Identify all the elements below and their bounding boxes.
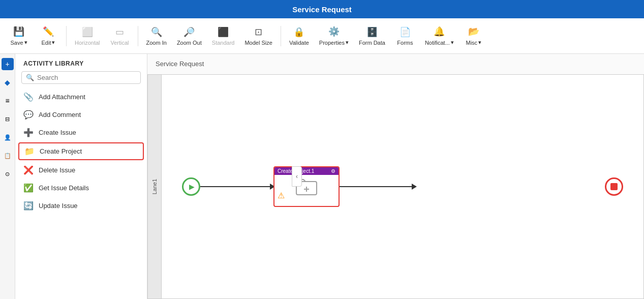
activity-icon-update-issue: 🔄 <box>23 201 34 211</box>
lane-label-col: Lane1 <box>147 74 162 299</box>
activity-item-add-comment[interactable]: 💬Add Comment <box>15 106 147 124</box>
standard-icon: ⬛ <box>218 26 229 38</box>
activity-label-create-issue: Create Issue <box>39 129 76 136</box>
vertical-icon: ▭ <box>115 26 124 38</box>
form-data-icon: 🗄️ <box>366 26 378 38</box>
zoom-in-label: Zoom In <box>146 40 167 46</box>
canvas-area[interactable]: Service Request Lane1 ▶ <box>147 54 644 299</box>
main-layout: + ◆ ≡ ⊟ 👤 📋 ⊙ ACTIVITY LIBRARY 🔍 📎Add At… <box>0 54 644 299</box>
properties-button[interactable]: ⚙️ Properties ▾ <box>315 24 353 48</box>
vertical-label: Vertical <box>110 40 129 46</box>
edit-label: Edit ▾ <box>42 39 55 46</box>
model-size-label: Model Size <box>244 40 272 46</box>
toolbar-divider-3 <box>281 26 281 46</box>
save-chevron-icon: ▾ <box>24 39 27 46</box>
vertical-button[interactable]: ▭ Vertical <box>106 24 134 48</box>
misc-icon: 📂 <box>468 26 479 37</box>
activity-label-create-project: Create Project <box>40 147 82 155</box>
app-title: Service Request <box>292 5 352 14</box>
activity-item-create-project[interactable]: 📁Create Project <box>18 142 144 160</box>
save-icon: 💾 <box>13 26 24 37</box>
activity-item-update-issue[interactable]: 🔄Update Issue <box>15 197 147 215</box>
zoom-out-label: Zoom Out <box>177 40 202 46</box>
activity-list: 📎Add Attachment💬Add Comment➕Create Issue… <box>15 88 147 299</box>
collapse-chevron-icon: ‹ <box>296 173 298 180</box>
lane-label: Lane1 <box>151 179 158 195</box>
validate-label: Validate <box>289 40 309 46</box>
activity-label-get-issue-details: Get Issue Details <box>39 184 89 192</box>
lane-container: Lane1 ▶ <box>147 74 644 299</box>
save-button[interactable]: 💾 Save ▾ <box>5 24 33 48</box>
search-icon: 🔍 <box>26 74 34 81</box>
forms-button[interactable]: 📄 Forms <box>391 24 419 48</box>
flow-task-warning-icon: ⚠ <box>278 191 285 200</box>
edit-button[interactable]: ✏️ Edit ▾ <box>35 24 62 48</box>
activity-panel: ACTIVITY LIBRARY 🔍 📎Add Attachment💬Add C… <box>15 54 147 299</box>
sidebar-icon-hbar[interactable]: ⊟ <box>2 113 14 125</box>
activity-item-get-issue-details[interactable]: ✅Get Issue Details <box>15 179 147 197</box>
play-icon: ▶ <box>189 183 195 191</box>
sidebar-icon-list[interactable]: ≡ <box>2 95 14 107</box>
sidebar-icon-user[interactable]: 👤 <box>2 131 14 143</box>
form-data-label: Form Data <box>359 40 385 46</box>
notification-button[interactable]: 🔔 Notificat... ▾ <box>421 24 458 48</box>
activity-library-header: ACTIVITY LIBRARY <box>15 54 147 71</box>
activity-label-delete-issue: Delete Issue <box>39 166 75 174</box>
activity-icon-delete-issue: ❌ <box>23 165 34 175</box>
properties-label: Properties ▾ <box>319 39 349 46</box>
sidebar-icon-add[interactable]: + <box>2 58 14 70</box>
collapse-panel-button[interactable]: ‹ <box>292 166 302 187</box>
activity-icon-create-project: 📁 <box>24 146 35 156</box>
activity-label-add-comment: Add Comment <box>39 111 81 118</box>
toolbar-divider-1 <box>66 26 67 46</box>
save-label: Save ▾ <box>10 39 27 46</box>
forms-label: Forms <box>397 40 413 46</box>
zoom-out-icon: 🔎 <box>183 26 195 38</box>
notification-icon: 🔔 <box>434 26 445 37</box>
model-size-button[interactable]: ⊡ Model Size <box>240 24 276 48</box>
horizontal-label: Horizontal <box>75 40 100 46</box>
flow-task-body: ⚠ <box>274 175 339 202</box>
activity-icon-create-issue: ➕ <box>23 128 34 137</box>
activity-item-create-issue[interactable]: ➕Create Issue <box>15 124 147 141</box>
sidebar-icon-circle[interactable]: ⊙ <box>2 168 14 180</box>
flow-task[interactable]: Create Project.1 ⚙ <box>273 166 340 207</box>
misc-label: Misc ▾ <box>466 39 482 46</box>
zoom-in-icon: 🔍 <box>151 26 162 38</box>
activity-item-add-attachment[interactable]: 📎Add Attachment <box>15 88 147 106</box>
activity-item-delete-issue[interactable]: ❌Delete Issue <box>15 161 147 179</box>
sidebar-icon-diamond[interactable]: ◆ <box>2 76 14 88</box>
horizontal-icon: ⬜ <box>82 26 93 38</box>
horizontal-button[interactable]: ⬜ Horizontal <box>71 24 104 48</box>
activity-label-update-issue: Update Issue <box>39 202 78 210</box>
model-size-icon: ⊡ <box>255 26 262 38</box>
toolbar-divider-2 <box>138 26 138 46</box>
activity-label-add-attachment: Add Attachment <box>39 93 85 101</box>
search-box[interactable]: 🔍 <box>21 71 141 84</box>
edit-chevron-icon: ▾ <box>52 39 55 46</box>
validate-icon: 🔒 <box>293 26 304 38</box>
toolbar: 💾 Save ▾ ✏️ Edit ▾ ⬜ Horizontal ▭ Vertic… <box>0 18 644 54</box>
canvas-label: Service Request <box>156 60 204 68</box>
properties-icon: ⚙️ <box>328 26 340 37</box>
arrow-line-1 <box>200 186 271 187</box>
arrow-head-2 <box>412 184 417 190</box>
zoom-out-button[interactable]: 🔎 Zoom Out <box>173 24 206 48</box>
misc-button[interactable]: 📂 Misc ▾ <box>460 24 487 48</box>
standard-button[interactable]: ⬛ Standard <box>208 24 239 48</box>
sidebar-icons: + ◆ ≡ ⊟ 👤 📋 ⊙ <box>0 54 15 299</box>
zoom-in-button[interactable]: 🔍 Zoom In <box>142 24 171 48</box>
search-input[interactable] <box>37 74 136 81</box>
lane-content[interactable]: ▶ Create Project.1 ⚙ <box>162 74 644 299</box>
activity-icon-get-issue-details: ✅ <box>23 183 34 193</box>
flow-end-event[interactable] <box>605 177 623 196</box>
flow-start-event[interactable]: ▶ <box>182 177 200 196</box>
activity-icon-add-comment: 💬 <box>23 110 34 119</box>
edit-icon: ✏️ <box>43 26 54 37</box>
form-data-button[interactable]: 🗄️ Form Data <box>355 24 389 48</box>
activity-icon-add-attachment: 📎 <box>23 92 34 102</box>
flow-task-gear-icon[interactable]: ⚙ <box>331 168 335 174</box>
validate-button[interactable]: 🔒 Validate <box>285 24 313 48</box>
arrow-line-2 <box>340 186 413 187</box>
sidebar-icon-notes[interactable]: 📋 <box>2 150 14 162</box>
